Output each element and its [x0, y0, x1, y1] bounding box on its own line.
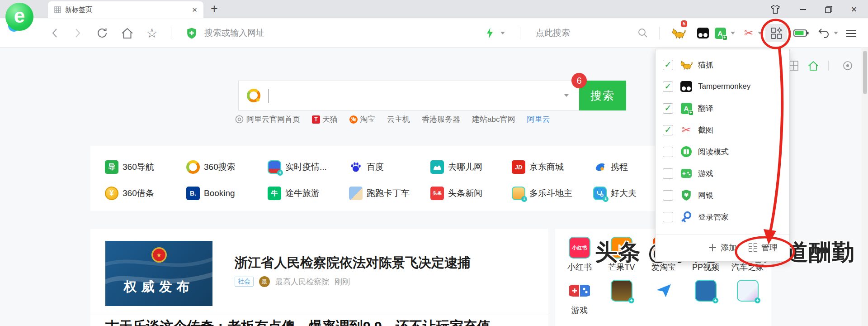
new-tab-button[interactable]: + — [211, 2, 218, 16]
tampermonkey-icon — [679, 80, 693, 93]
quick-link-aliyun-home[interactable]: 阿里云官网首页 — [235, 114, 300, 125]
checkbox[interactable]: ✓ — [663, 82, 673, 92]
scrollbar-thumb[interactable] — [863, 51, 867, 94]
site-link-360daohang[interactable]: 导 360导航 — [90, 156, 172, 178]
home-button[interactable] — [118, 19, 136, 48]
plane-icon — [653, 280, 675, 302]
page-scrollbar[interactable] — [862, 48, 868, 326]
page-search-input[interactable] — [238, 81, 579, 110]
epidemic-app-icon: + — [268, 160, 281, 174]
search-magnifier-icon[interactable] — [637, 19, 649, 48]
extension-item-reader[interactable]: ✓ 阅读模式 — [656, 141, 789, 163]
theme-skin-icon[interactable] — [769, 4, 781, 15]
quick-link-tmall[interactable]: T 天猫 — [312, 114, 338, 125]
app-games[interactable]: 游戏 — [559, 280, 600, 316]
site-link-paopao[interactable]: 跑跑卡丁车 — [335, 182, 416, 205]
gamepad-app-icon — [569, 280, 590, 302]
site-link-360jietiao[interactable]: ¥ 360借条 — [90, 182, 172, 205]
page-home-icon[interactable] — [807, 60, 819, 72]
checkbox[interactable]: ✓ — [663, 103, 673, 114]
tmall-icon: T — [312, 115, 320, 124]
quick-search-input[interactable]: 点此搜索 — [536, 19, 570, 48]
add-extension-button[interactable]: 添加 — [708, 242, 737, 253]
next-news-headline[interactable]: 古天乐谈这个传奇：老板有点傻，爆率调到9.9，还不让玩家充值 — [105, 317, 491, 326]
extension-item-maozhua[interactable]: ✓ 猫抓 — [656, 54, 789, 76]
browser-logo[interactable]: e — [5, 3, 33, 31]
site-link-qunar[interactable]: 去哪儿网 — [416, 156, 497, 178]
main-menu-icon[interactable] — [846, 19, 860, 48]
site-link-booking[interactable]: B. Booking — [172, 182, 253, 205]
quick-link-aliyun[interactable]: 阿里云 — [527, 114, 550, 125]
tab-new-tab-page[interactable]: 新标签页 × — [48, 1, 203, 18]
undo-restore-icon[interactable] — [816, 19, 831, 48]
extension-item-games[interactable]: ✓ 游戏 — [656, 163, 789, 184]
checkbox[interactable]: ✓ — [663, 168, 673, 179]
site-link-toutiao[interactable]: 头条 头条新闻 — [416, 182, 497, 205]
checkbox[interactable]: ✓ — [663, 125, 673, 135]
minimize-button[interactable] — [797, 4, 809, 15]
news-thumbnail[interactable]: ★ 权威发布 — [105, 241, 212, 306]
extension-item-bank[interactable]: ✓ ¥ 网银 — [656, 184, 789, 206]
app-covered-1[interactable]: + — [601, 280, 642, 305]
screenshot-scissors-icon[interactable]: ✂ — [741, 19, 756, 48]
tab-close-icon[interactable]: × — [192, 5, 197, 14]
site-link-tuniu[interactable]: 牛 途牛旅游 — [253, 182, 335, 205]
app-covered-3[interactable]: + — [727, 280, 769, 305]
bookmark-star-icon[interactable]: ☆ — [144, 19, 160, 48]
close-window-button[interactable]: × — [848, 4, 860, 15]
news-headline[interactable]: 浙江省人民检察院依法对陈景飞决定逮捕 — [235, 254, 471, 272]
site-link-duole[interactable]: + 多乐斗地主 — [497, 182, 579, 205]
checkbox[interactable]: ✓ — [663, 147, 673, 157]
address-bar[interactable]: 搜索或输入网址 — [204, 19, 264, 48]
extension-item-tampermonkey[interactable]: ✓ Tampermonkey — [656, 76, 789, 97]
battery-icon[interactable] — [792, 19, 810, 48]
site-link-360sousuo[interactable]: 360搜索 — [172, 156, 253, 178]
checkbox[interactable]: ✓ — [663, 212, 673, 222]
tampermonkey-toolbar-icon[interactable] — [695, 19, 711, 48]
taobao-icon: 淘 — [349, 115, 358, 124]
app-covered-2[interactable]: + — [685, 280, 726, 305]
extension-item-translate[interactable]: ✓ A+ 翻译 — [656, 97, 789, 119]
bolt-dropdown-icon[interactable] — [498, 19, 507, 48]
quick-link-cloud-host[interactable]: 云主机 — [387, 114, 410, 125]
quick-link-taobao[interactable]: 淘 淘宝 — [349, 114, 375, 125]
screenshot-dropdown-icon[interactable] — [756, 19, 764, 48]
quick-link-jianzhan[interactable]: 建站abc官网 — [472, 114, 515, 125]
site-link-ctrip[interactable]: 携程 — [579, 156, 660, 178]
tuniu-cow-icon: 牛 — [268, 187, 281, 200]
extensions-dropdown-panel: ✓ 猫抓 ✓ Tampermonkey ✓ A+ 翻译 ✓ ✂ 截图 ✓ 阅读模… — [655, 49, 790, 262]
site-safety-shield-icon[interactable] — [184, 19, 199, 48]
app-xiaohongshu[interactable]: 小红书 小红书 — [559, 237, 600, 273]
speed-bolt-icon[interactable] — [485, 19, 495, 48]
site-link-haodf[interactable]: + 好大夫 — [579, 182, 660, 205]
grid-favicon-icon — [54, 6, 61, 13]
extension-item-login-keeper[interactable]: ✓ 登录管家 — [656, 206, 789, 228]
back-button[interactable] — [47, 19, 61, 48]
translate-dropdown-icon[interactable] — [729, 19, 737, 48]
text-cursor — [269, 89, 269, 103]
forward-button[interactable] — [71, 19, 85, 48]
refresh-button[interactable] — [94, 19, 110, 48]
site-link-yiqing[interactable]: + 实时疫情... — [253, 156, 335, 178]
search-button[interactable]: 搜索 — [579, 81, 626, 110]
manage-extensions-button[interactable]: 管理 — [749, 242, 778, 253]
extension-item-screenshot[interactable]: ✓ ✂ 截图 — [656, 119, 789, 141]
app-plane[interactable] — [643, 280, 684, 305]
quick-link-hk-server[interactable]: 香港服务器 — [422, 114, 460, 125]
page-settings-icon[interactable] — [842, 60, 854, 72]
tab-title: 新标签页 — [65, 5, 192, 14]
jietiao-coin-icon: ¥ — [105, 187, 118, 200]
browser-toolbar: ☆ 搜索或输入网址 点此搜索 5 A+ ✂ — [0, 19, 868, 48]
xiaohongshu-icon: 小红书 — [569, 237, 590, 259]
checkbox[interactable]: ✓ — [663, 60, 673, 70]
search-engine-dropdown-icon[interactable] — [564, 94, 569, 97]
site-link-jd[interactable]: JD 京东商城 — [497, 156, 579, 178]
undo-dropdown-icon[interactable] — [832, 19, 840, 48]
translate-toolbar-icon[interactable]: A+ — [713, 19, 727, 48]
checkbox[interactable]: ✓ — [663, 190, 673, 201]
restore-button[interactable] — [823, 4, 835, 15]
svg-text:¥: ¥ — [684, 192, 688, 198]
extensions-grid-button[interactable] — [765, 24, 787, 42]
news-source-badge: 最 — [259, 276, 270, 287]
site-link-baidu[interactable]: 百度 — [335, 156, 416, 178]
